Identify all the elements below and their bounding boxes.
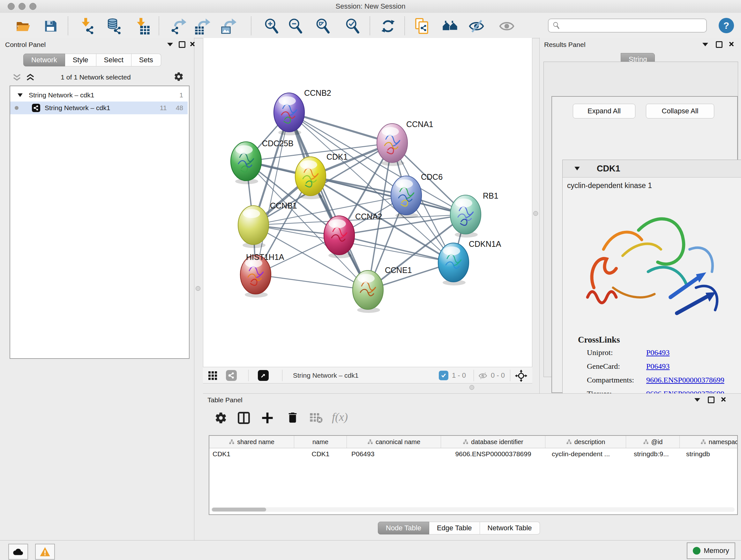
network-node-CDC25B[interactable]: CDC25B <box>231 139 293 184</box>
network-node-RB1[interactable]: RB1 <box>450 191 498 238</box>
network-share-badge-icon[interactable] <box>226 370 237 381</box>
table-settings-gear-icon[interactable] <box>214 412 227 424</box>
new-network-from-selection-button[interactable] <box>413 17 431 35</box>
network-node-CCNA2[interactable]: CCNA2 <box>324 212 382 258</box>
table-header-cell[interactable]: canonical name <box>347 436 441 448</box>
external-view-icon[interactable] <box>258 370 269 381</box>
crosslink-genecard[interactable]: P06493 <box>646 362 724 371</box>
table-header-cell[interactable]: @id <box>626 436 680 448</box>
network-options-gear-icon[interactable] <box>174 71 184 82</box>
gene-section-header[interactable]: CDK1 <box>562 160 741 178</box>
zoom-out-button[interactable] <box>286 17 305 35</box>
show-columns-icon[interactable] <box>237 411 251 425</box>
network-node-CCNB1[interactable]: CCNB1 <box>238 201 297 248</box>
panel-float-icon[interactable] <box>179 41 185 48</box>
help-button[interactable]: ? <box>719 18 734 33</box>
table-cell[interactable]: P06493 <box>347 450 441 458</box>
zoom-fit-button[interactable] <box>314 17 332 35</box>
export-image-button[interactable] <box>220 17 238 35</box>
panel-menu-icon[interactable] <box>702 43 708 46</box>
network-edge[interactable] <box>256 112 289 274</box>
table-header-cell[interactable]: name <box>294 436 347 448</box>
collapse-all-networks-icon[interactable] <box>13 73 21 81</box>
hide-selection-button[interactable] <box>468 17 485 35</box>
network-edge[interactable] <box>256 274 368 290</box>
expand-all-button[interactable]: Expand All <box>573 104 635 118</box>
save-session-button[interactable] <box>42 17 59 35</box>
table-header-cell[interactable]: shared name <box>209 436 294 448</box>
table-header-cell[interactable]: database identifier <box>441 436 545 448</box>
table-cell[interactable]: stringdb <box>680 450 738 458</box>
panel-menu-icon[interactable] <box>694 398 700 401</box>
tab-edge-table[interactable]: Edge Table <box>429 522 480 535</box>
horizontal-splitter-grip[interactable] <box>469 385 474 390</box>
table-horizontal-scrollbar[interactable] <box>211 507 735 512</box>
tab-network[interactable]: Network <box>23 54 65 66</box>
network-view-canvas[interactable]: CCNB2CCNA1CDC25BCDK1CDC6RB1CCNB1CCNA2CDK… <box>203 38 532 367</box>
memory-button[interactable]: Memory <box>687 543 735 559</box>
open-session-button[interactable] <box>14 17 32 35</box>
scrollbar-thumb[interactable] <box>212 508 266 511</box>
section-collapse-icon[interactable] <box>574 166 580 171</box>
table-row[interactable]: CDK1 CDK1 P06493 9606.ENSP00000378699 cy… <box>209 448 737 460</box>
hidden-eye-icon[interactable] <box>478 371 488 381</box>
network-node-CCNA1[interactable]: CCNA1 <box>377 120 433 166</box>
network-edge[interactable] <box>289 112 368 290</box>
left-splitter-grip[interactable] <box>196 286 200 291</box>
export-network-button[interactable] <box>170 17 188 35</box>
show-all-button[interactable] <box>498 17 516 35</box>
network-edge[interactable] <box>339 235 454 262</box>
network-node-CCNE1[interactable]: CCNE1 <box>353 266 412 313</box>
right-splitter-grip[interactable] <box>533 211 538 216</box>
tab-node-table[interactable]: Node Table <box>378 522 429 535</box>
import-network-database-button[interactable] <box>105 17 123 35</box>
add-column-icon[interactable] <box>261 412 274 424</box>
table-cell[interactable]: 9606.ENSP00000378699 <box>441 450 545 458</box>
expand-all-networks-icon[interactable] <box>26 73 35 81</box>
tab-select[interactable]: Select <box>96 54 131 66</box>
birdseye-grid-icon[interactable] <box>208 371 218 381</box>
table-type-tabs: Node Table Edge Table Network Table <box>378 522 540 535</box>
network-node-CDKN1A[interactable]: CDKN1A <box>438 240 501 286</box>
import-table-file-button[interactable] <box>133 17 151 35</box>
tab-network-table[interactable]: Network Table <box>480 522 540 535</box>
zoom-selected-button[interactable] <box>344 17 361 35</box>
table-cell[interactable]: cyclin-dependent ... <box>545 450 626 458</box>
network-node-CDC6[interactable]: CDC6 <box>391 172 443 219</box>
table-cell[interactable]: CDK1 <box>294 450 347 458</box>
selected-checkbox-icon[interactable] <box>439 371 448 380</box>
network-node-HIST1H1A[interactable]: HIST1H1A <box>240 253 284 298</box>
warnings-button[interactable] <box>35 544 55 560</box>
crosslink-uniprot[interactable]: P06493 <box>646 348 724 357</box>
panel-close-icon[interactable] <box>729 41 734 47</box>
panel-close-icon[interactable] <box>190 41 195 47</box>
panel-menu-icon[interactable] <box>167 43 173 46</box>
import-network-file-button[interactable] <box>78 17 96 35</box>
panel-close-icon[interactable] <box>721 396 726 402</box>
search-input[interactable] <box>562 21 706 30</box>
table-header-cell[interactable]: namespace <box>680 436 738 448</box>
table-header-cell[interactable]: description <box>545 436 626 448</box>
crosslink-compartments[interactable]: 9606.ENSP00000378699 <box>646 376 724 384</box>
apply-layout-button[interactable] <box>379 17 397 35</box>
tree-expander-icon[interactable] <box>17 93 23 98</box>
export-table-button[interactable] <box>194 17 212 35</box>
table-cell[interactable]: CDK1 <box>209 450 294 458</box>
tab-sets[interactable]: Sets <box>131 54 161 66</box>
network-node-CCNB2[interactable]: CCNB2 <box>274 88 331 135</box>
panel-float-icon[interactable] <box>716 41 723 48</box>
network-canvas-svg[interactable]: CCNB2CCNA1CDC25BCDK1CDC6RB1CCNB1CCNA2CDK… <box>203 38 532 366</box>
panel-float-icon[interactable] <box>708 396 715 403</box>
cloud-status-button[interactable] <box>8 544 28 560</box>
zoom-in-button[interactable] <box>263 17 280 35</box>
network-edge[interactable] <box>289 112 392 143</box>
center-view-crosshair-icon[interactable] <box>515 369 528 382</box>
first-neighbors-button[interactable] <box>441 17 459 35</box>
delete-column-icon[interactable] <box>286 411 299 424</box>
collapse-all-button[interactable]: Collapse All <box>646 104 714 118</box>
network-collection-row[interactable]: String Network – cdk1 1 <box>10 89 188 102</box>
tab-style[interactable]: Style <box>65 54 96 66</box>
table-cell[interactable]: stringdb:9... <box>626 450 680 458</box>
network-row[interactable]: String Network – cdk1 11 48 <box>10 102 188 114</box>
eye-slash-icon <box>468 17 485 35</box>
